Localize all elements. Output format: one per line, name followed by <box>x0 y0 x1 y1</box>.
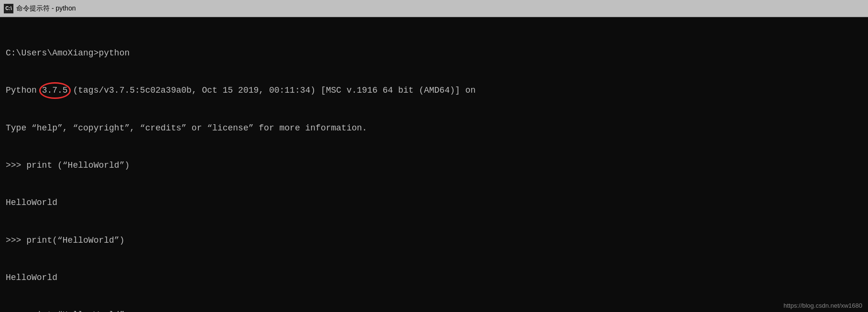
python-version-line: Python 3.7.5 (tags/v3.7.5:5c02a39a0b, Oc… <box>6 84 862 97</box>
type-help-line: Type “help”, “copyright”, “credits” or “… <box>6 122 862 134</box>
prompt3-line: >>> print “Hello World” <box>6 309 862 312</box>
prompt1-line: >>> print (“HelloWorld”) <box>6 159 862 172</box>
output1-line: HelloWorld <box>6 196 862 209</box>
terminal-content: C:\Users\AmoXiang>python Python 3.7.5 (t… <box>6 22 862 312</box>
path-line: C:\Users\AmoXiang>python <box>6 47 862 59</box>
prompt2-line: >>> print(“HelloWorld”) <box>6 234 862 247</box>
print-hello-world-underlined: print “Hello World” <box>26 310 124 312</box>
terminal-window: C:\Users\AmoXiang>python Python 3.7.5 (t… <box>0 17 868 312</box>
cmd-icon: C:\ <box>4 4 13 13</box>
title-bar: C:\ 命令提示符 - python <box>0 0 868 17</box>
output2-line: HelloWorld <box>6 271 862 284</box>
window-title: 命令提示符 - python <box>16 4 76 13</box>
python-version-circled: 3.7.5 <box>42 84 68 97</box>
url-credit: https://blog.csdn.net/xw1680 <box>783 302 862 309</box>
